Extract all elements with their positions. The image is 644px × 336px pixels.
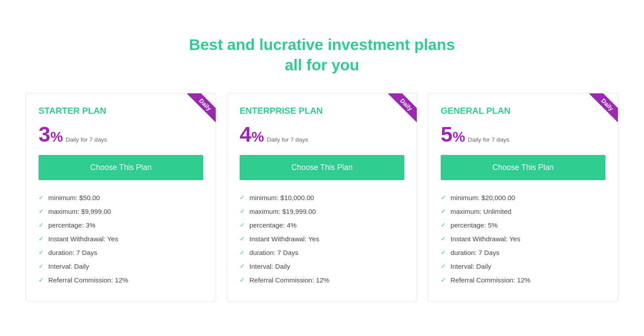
check-icon: ✓ (240, 263, 245, 270)
plan-feature-item: ✓minimum: $50.00 (39, 191, 203, 205)
plan-feature-text: Referral Commission: 12% (48, 276, 128, 284)
plan-rate-number-enterprise: 4 (240, 124, 252, 145)
plan-feature-text: Instant Withdrawal: Yes (249, 235, 319, 243)
check-icon: ✓ (240, 194, 245, 201)
plan-features-starter: ✓minimum: $50.00✓maximum: $9,999.00✓perc… (39, 191, 203, 287)
choose-plan-button-general[interactable]: Choose This Plan (441, 155, 605, 180)
plan-rate-percent-enterprise: % (252, 129, 264, 145)
plan-feature-text: Interval: Daily (249, 263, 290, 270)
check-icon: ✓ (240, 208, 245, 215)
plan-rate-number-starter: 3 (39, 124, 50, 145)
plan-rate-label-general: Daily for 7 days (468, 136, 509, 143)
plan-features-general: ✓minimum: $20,000.00✓maximum: Unlimited✓… (441, 191, 605, 287)
plan-feature-text: Instant Withdrawal: Yes (450, 235, 520, 243)
plan-features-enterprise: ✓minimum: $10,000.00✓maximum: $19,999.00… (240, 191, 404, 287)
page-header: Best and lucrative investment plans all … (189, 35, 455, 75)
plan-badge-enterprise: Daily (381, 93, 417, 129)
plan-rate-number-general: 5 (441, 124, 453, 145)
plan-feature-item: ✓minimum: $20,000.00 (441, 191, 605, 205)
check-icon: ✓ (441, 208, 446, 215)
plan-feature-item: ✓maximum: $9,999.00 (39, 205, 203, 218)
check-icon: ✓ (441, 276, 446, 283)
plan-feature-item: ✓Referral Commission: 12% (240, 273, 404, 287)
plan-feature-item: ✓Referral Commission: 12% (441, 273, 605, 287)
plan-feature-text: percentage: 3% (48, 221, 95, 229)
check-icon: ✓ (39, 194, 44, 201)
plan-badge-label-starter: Daily (187, 93, 216, 123)
plan-feature-item: ✓duration: 7 Days (240, 246, 404, 259)
plan-feature-item: ✓percentage: 5% (441, 218, 605, 232)
plan-name-enterprise: ENTERPRISE PLAN (240, 106, 404, 116)
plan-feature-text: percentage: 4% (249, 221, 296, 229)
check-icon: ✓ (39, 263, 44, 270)
plan-name-starter: STARTER PLAN (39, 106, 203, 116)
plan-badge-label-general: Daily (589, 93, 618, 123)
choose-plan-button-starter[interactable]: Choose This Plan (39, 155, 203, 180)
plan-feature-text: duration: 7 Days (450, 249, 500, 256)
check-icon: ✓ (240, 276, 245, 283)
choose-plan-button-enterprise[interactable]: Choose This Plan (240, 155, 404, 180)
plans-container: DailySTARTER PLAN3%Daily for 7 daysChoos… (16, 93, 628, 301)
check-icon: ✓ (39, 276, 44, 283)
plan-feature-text: duration: 7 Days (249, 249, 299, 256)
plan-card-enterprise: DailyENTERPRISE PLAN4%Daily for 7 daysCh… (227, 93, 417, 301)
plan-feature-text: Referral Commission: 12% (249, 276, 330, 284)
plan-rate-percent-starter: % (50, 129, 63, 145)
plan-feature-item: ✓percentage: 4% (240, 218, 404, 232)
check-icon: ✓ (240, 221, 245, 228)
plan-feature-item: ✓maximum: $19,999.00 (240, 205, 404, 218)
plan-card-general: DailyGENERAL PLAN5%Daily for 7 daysChoos… (428, 93, 618, 301)
plan-feature-text: Interval: Daily (48, 263, 89, 270)
plan-rate-enterprise: 4%Daily for 7 days (240, 124, 404, 145)
check-icon: ✓ (441, 263, 446, 270)
plan-feature-item: ✓duration: 7 Days (441, 246, 605, 259)
plan-feature-item: ✓Interval: Daily (240, 259, 404, 273)
check-icon: ✓ (441, 235, 446, 242)
check-icon: ✓ (240, 249, 245, 256)
plan-feature-item: ✓Referral Commission: 12% (39, 273, 203, 287)
check-icon: ✓ (39, 208, 44, 215)
plan-feature-item: ✓Instant Withdrawal: Yes (240, 232, 404, 246)
plan-feature-item: ✓maximum: Unlimited (441, 205, 605, 218)
plan-badge-starter: Daily (180, 93, 216, 129)
plan-feature-text: duration: 7 Days (48, 249, 97, 256)
plan-feature-text: Referral Commission: 12% (450, 276, 531, 284)
plan-feature-item: ✓percentage: 3% (39, 218, 203, 232)
plan-rate-general: 5%Daily for 7 days (441, 124, 605, 145)
check-icon: ✓ (441, 194, 446, 201)
check-icon: ✓ (39, 249, 44, 256)
plan-feature-text: Interval: Daily (450, 263, 491, 270)
plan-feature-text: maximum: $19,999.00 (249, 208, 316, 215)
plan-card-starter: DailySTARTER PLAN3%Daily for 7 daysChoos… (26, 93, 216, 301)
plan-rate-label-enterprise: Daily for 7 days (267, 136, 308, 143)
plan-rate-label-starter: Daily for 7 days (66, 136, 107, 143)
check-icon: ✓ (441, 221, 446, 228)
plan-name-general: GENERAL PLAN (441, 106, 605, 116)
plan-feature-item: ✓Interval: Daily (441, 259, 605, 273)
plan-feature-text: minimum: $10,000.00 (249, 194, 314, 201)
plan-badge-general: Daily (582, 93, 618, 129)
plan-feature-text: minimum: $50.00 (48, 194, 100, 201)
check-icon: ✓ (39, 235, 44, 242)
check-icon: ✓ (39, 221, 44, 228)
plan-feature-item: ✓Interval: Daily (39, 259, 203, 273)
plan-feature-text: minimum: $20,000.00 (450, 194, 515, 201)
plan-feature-text: percentage: 5% (450, 221, 497, 229)
plan-feature-text: maximum: Unlimited (450, 208, 512, 215)
plan-badge-label-enterprise: Daily (388, 93, 417, 123)
plan-rate-percent-general: % (453, 129, 465, 145)
check-icon: ✓ (441, 249, 446, 256)
check-icon: ✓ (240, 235, 245, 242)
plan-feature-item: ✓minimum: $10,000.00 (240, 191, 404, 205)
plan-feature-item: ✓Instant Withdrawal: Yes (441, 232, 605, 246)
plan-rate-starter: 3%Daily for 7 days (39, 124, 203, 145)
plan-feature-item: ✓duration: 7 Days (39, 246, 203, 259)
page-title: Best and lucrative investment plans all … (189, 35, 455, 75)
plan-feature-item: ✓Instant Withdrawal: Yes (39, 232, 203, 246)
plan-feature-text: maximum: $9,999.00 (48, 208, 111, 215)
plan-feature-text: Instant Withdrawal: Yes (48, 235, 118, 243)
